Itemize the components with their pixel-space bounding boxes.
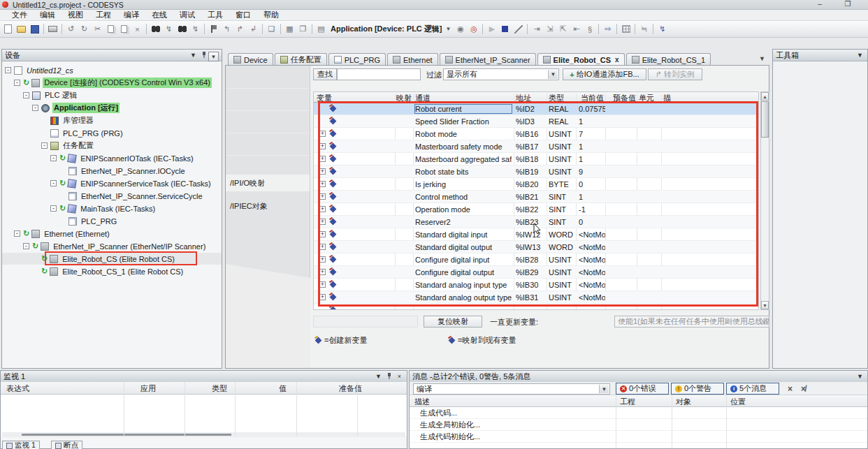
column-header-通道[interactable]: 通道 [415,93,431,103]
replace-icon[interactable]: ↯ [189,23,201,35]
tab-ethernet[interactable]: Ethernet [387,53,438,66]
scroll-up-icon[interactable]: ▲ [761,92,769,101]
undo-icon[interactable]: ↺ [65,23,77,35]
column-header-单元[interactable]: 单元 [639,93,654,103]
step-into-icon[interactable]: ⇲ [544,23,556,35]
tab-elite-robot-cs-1[interactable]: Elite_Robot_CS_1 [626,53,711,66]
paste-icon[interactable] [118,23,130,35]
login-icon[interactable]: ◉ [454,23,466,35]
new-object-icon[interactable]: ❐ [297,23,309,35]
side-tab-ipiec对象[interactable]: /IPIEC对象 [226,198,310,214]
scrollbar-thumb[interactable] [22,434,231,436]
expand-toggle-icon[interactable]: + [319,244,326,250]
mapping-row[interactable]: +Is jerking%IB20BYTE0 [314,178,758,191]
tab-plc-prg[interactable]: PLC_PRG [328,53,386,66]
tree-item-maintask-iec-tasks[interactable]: -↻MainTask (IEC-Tasks) [2,203,222,214]
bookmark-prev-icon[interactable]: ↰ [221,23,233,35]
column-header-变量[interactable]: 变量 [317,93,332,103]
run-to-cursor-icon[interactable]: ⇤ [570,23,582,35]
expand-toggle-icon[interactable]: - [14,230,20,237]
menu-调试[interactable]: 调试 [173,10,201,20]
incremental-search-icon[interactable]: ↯ [163,23,175,35]
expand-toggle-icon[interactable]: + [319,219,326,225]
column-header-描[interactable]: 描 [663,93,671,103]
tree-item-plc-逻辑[interactable]: -PLC 逻辑 [2,89,222,101]
column-header-地址[interactable]: 地址 [516,93,531,103]
pin-icon[interactable] [199,52,208,59]
menu-帮助[interactable]: 帮助 [257,10,285,20]
copy-window-icon[interactable]: ❏ [266,23,277,35]
expand-toggle-icon[interactable]: + [319,156,326,162]
tree-item-任务配置[interactable]: -任务配置 [2,140,222,152]
tab-overflow-dropdown[interactable]: ▼ [759,55,765,62]
tree-item-enipscannerservicetask-iec-tasks[interactable]: -↻ENIPScannerServiceTask (IEC-Tasks) [2,177,222,189]
errors-filter-button[interactable]: ✕ 0个错误 [616,383,669,395]
flow-control-icon[interactable]: § [584,23,595,35]
expand-toggle-icon[interactable]: - [14,80,20,86]
clear-all-messages-icon[interactable]: ×̸ [801,384,806,394]
expand-toggle-icon[interactable]: + [319,181,326,187]
mapping-row[interactable]: +Operation mode%IB22SINT-1 [314,203,758,216]
new-icon[interactable] [2,23,14,35]
mapping-row[interactable]: +Configure digital input%IB28USINT<NotMo… [314,253,758,266]
watch-column-准备值[interactable]: 准备值 [339,383,362,394]
copy-icon[interactable] [105,23,117,35]
tab-ethernet-ip-scanner[interactable]: EtherNet_IP_Scanner [440,53,536,66]
mapping-row[interactable]: Robot current%ID2REAL0.075757... [314,103,758,115]
menu-编辑[interactable]: 编辑 [34,10,62,20]
panel-menu-icon[interactable]: ▼ [189,52,198,59]
bookmark-next-icon[interactable]: ↱ [234,23,246,35]
expand-toggle-icon[interactable]: - [23,92,29,98]
pin-icon[interactable] [384,373,393,381]
expand-toggle-icon[interactable]: + [319,193,326,200]
build-menu-icon[interactable]: ▦ [284,23,296,35]
message-row[interactable]: 生成代码... [410,407,867,419]
scroll-down-icon[interactable]: ▼ [761,301,769,309]
expand-toggle-icon[interactable]: + [319,269,326,275]
expand-toggle-icon[interactable]: - [50,155,57,161]
expand-toggle-icon[interactable]: + [319,206,326,212]
chevron-down-icon[interactable]: ▼ [548,70,558,79]
save-icon[interactable] [29,23,41,35]
expand-toggle-icon[interactable]: - [5,67,11,73]
messages-filter-button[interactable]: i 5个消息 [726,383,779,395]
chevron-down-icon[interactable]: ▼ [599,385,609,393]
mapping-row[interactable]: +Robot state bits%IB19USINT9 [314,165,758,178]
messages-column-位置[interactable]: 位置 [730,397,746,407]
messages-column-工程[interactable]: 工程 [620,397,635,407]
menu-窗口[interactable]: 窗口 [229,10,257,20]
bookmark-icon[interactable] [208,23,219,35]
mapping-row[interactable]: +Configure digital output%IB29USINT<NotM… [314,266,758,279]
tree-item-ethernet-ethernet[interactable]: -↻Ethernet (Ethernet) [2,228,222,240]
expand-toggle-icon[interactable]: + [319,168,326,175]
tree-item-application-运行[interactable]: -Application [运行] [2,102,222,114]
write-values-icon[interactable]: ≒ [638,23,650,35]
watch-column-值[interactable]: 值 [279,383,287,394]
online-config-icon[interactable] [512,23,524,35]
panel-menu-icon[interactable]: ▼ [374,373,383,380]
message-row[interactable]: 生成全局初始化... [410,419,867,431]
step-over-icon[interactable]: ⇥ [530,23,542,35]
menu-在线[interactable]: 在线 [145,10,173,20]
watch-column-类型[interactable]: 类型 [212,383,227,394]
find-next-icon[interactable] [176,23,188,35]
find-input[interactable] [337,68,421,80]
expand-toggle-icon[interactable]: + [319,131,326,137]
column-header-类型[interactable]: 类型 [549,93,564,103]
logout-icon[interactable]: ◎ [468,23,479,35]
tree-item-plc-prg-prg[interactable]: PLC_PRG (PRG) [2,127,222,139]
mapping-row[interactable]: +Standard digital output%IW13WORD<NotMon… [314,241,758,253]
column-header-当前值[interactable]: 当前值 [576,93,604,103]
column-header-预备值[interactable]: 预备值 [606,93,636,103]
goto-instance-button[interactable]: ↱ 转到实例 [648,68,702,80]
minimize-button[interactable]: – [809,0,830,8]
tree-item-untitled12-cs[interactable]: -Untitled12_cs [2,64,222,76]
cut-icon[interactable]: ✂ [92,23,103,35]
mapping-row[interactable]: +Standard analog input type%IB30USINT<No… [314,279,758,291]
clear-messages-icon[interactable]: × [788,384,793,394]
menu-文件[interactable]: 文件 [6,10,34,20]
expand-toggle-icon[interactable]: + [319,143,326,149]
menu-工具[interactable]: 工具 [201,10,229,20]
expand-toggle-icon[interactable]: - [32,105,38,111]
single-cycle-icon[interactable]: ⇨ [602,23,614,35]
